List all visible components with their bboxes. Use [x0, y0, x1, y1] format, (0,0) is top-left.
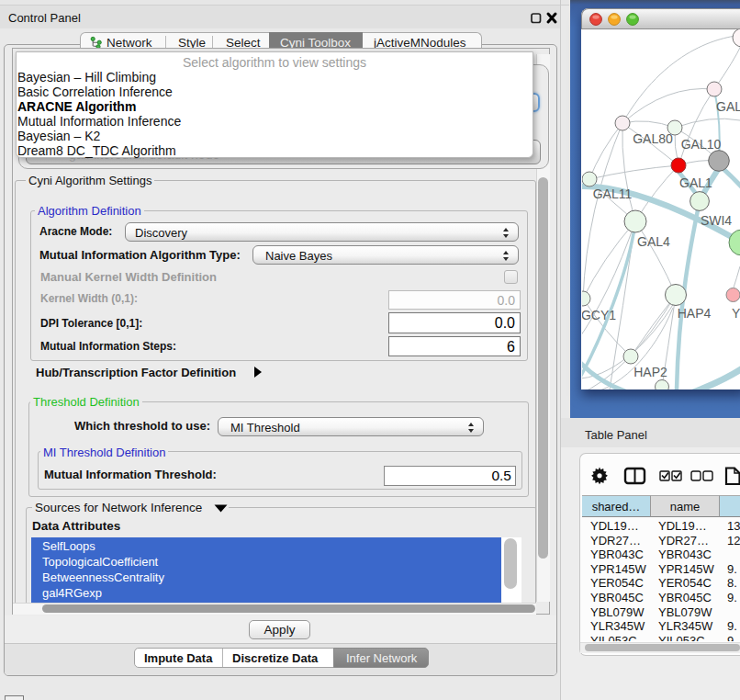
svg-text:GAL7: GAL7	[716, 99, 740, 114]
svg-text:SWI4: SWI4	[701, 213, 732, 228]
svg-text:GAL80: GAL80	[633, 131, 673, 146]
svg-text:GAL10: GAL10	[681, 137, 722, 152]
svg-text:GCY1: GCY1	[582, 308, 616, 322]
svg-text:YJ: YJ	[732, 306, 740, 321]
svg-text:GAL11: GAL11	[593, 186, 633, 201]
svg-text:HAP4: HAP4	[678, 306, 712, 321]
svg-text:GAL4: GAL4	[637, 234, 670, 249]
svg-text:HAP2: HAP2	[633, 365, 667, 379]
svg-text:GAL1: GAL1	[679, 175, 712, 190]
